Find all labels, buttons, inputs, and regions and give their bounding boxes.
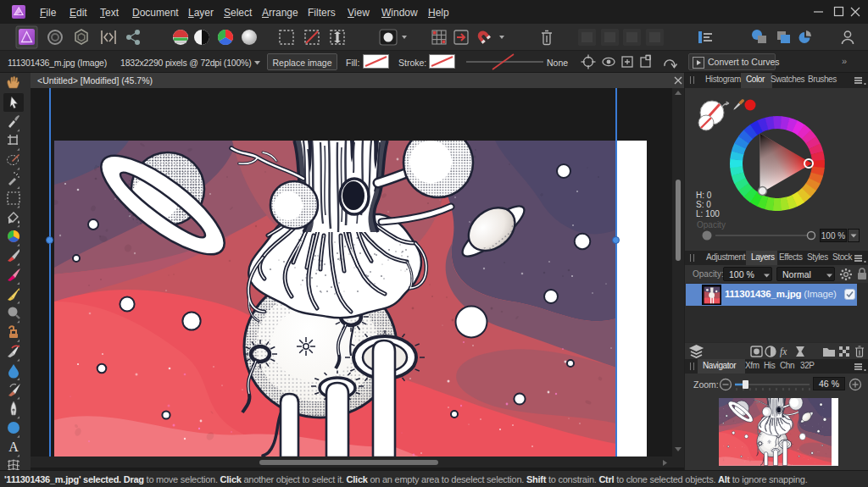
svg-text:L: 100: L: 100 <box>696 209 720 219</box>
svg-text:H: 0: H: 0 <box>696 191 712 200</box>
svg-text:S: 0: S: 0 <box>696 200 711 209</box>
svg-text:fx: fx <box>780 346 787 357</box>
svg-text:A: A <box>8 440 19 454</box>
